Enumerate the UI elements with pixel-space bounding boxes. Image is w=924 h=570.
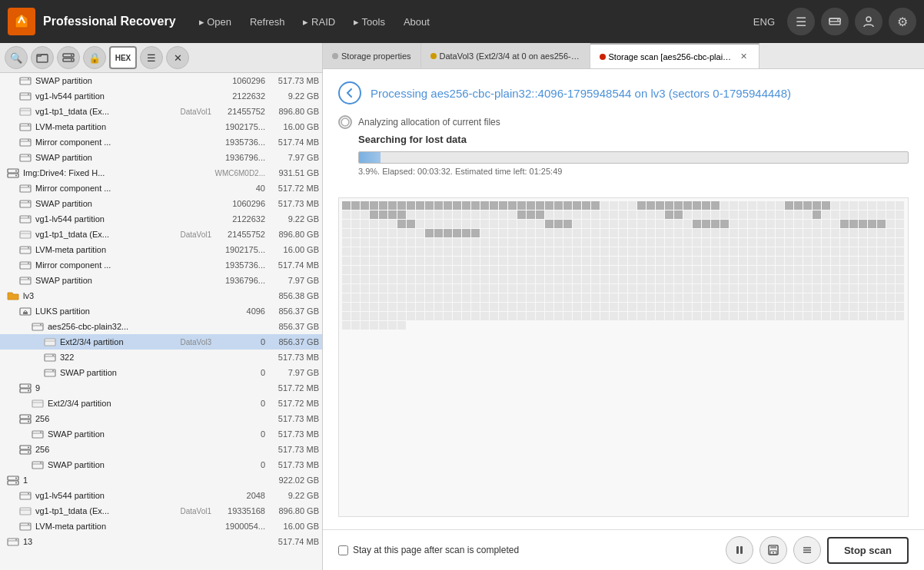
grid-cell bbox=[582, 210, 590, 219]
menu-refresh[interactable]: Refresh bbox=[242, 12, 293, 32]
tree-item[interactable]: vg1-tp1_tdata (Ex...DataVol121455752896.… bbox=[0, 104, 322, 119]
tree-item[interactable]: LVM-meta partition1900054...16.00 GB bbox=[0, 519, 322, 534]
tree-item[interactable]: 256517.73 MB bbox=[0, 442, 322, 457]
tree-item[interactable]: 256517.73 MB bbox=[0, 411, 322, 426]
more-options-button[interactable] bbox=[793, 536, 821, 564]
grid-cell bbox=[600, 220, 609, 228]
grid-cell bbox=[600, 293, 609, 302]
list-btn[interactable]: ☰ bbox=[140, 46, 163, 69]
grid-cell bbox=[453, 210, 461, 219]
drive-icon-btn[interactable] bbox=[821, 8, 849, 35]
svg-point-8 bbox=[71, 59, 72, 61]
grid-cell bbox=[536, 247, 544, 256]
tree-item[interactable]: Mirror component ...1935736...517.74 MB bbox=[0, 134, 322, 150]
tree-item[interactable]: vg1-lv544 partition20489.22 GB bbox=[0, 488, 322, 503]
grid-cell bbox=[480, 293, 489, 302]
menu-tools[interactable]: ▸ Tools bbox=[346, 12, 393, 32]
grid-cell bbox=[388, 220, 397, 228]
grid-cell bbox=[674, 293, 683, 302]
tree-item[interactable]: Mirror component ...40517.72 MB bbox=[0, 181, 322, 196]
grid-cell bbox=[868, 266, 876, 274]
tree-item[interactable]: 9517.72 MB bbox=[0, 380, 322, 396]
tree-item[interactable]: SWAP partition1936796...7.97 GB bbox=[0, 273, 322, 288]
grid-cell bbox=[342, 303, 351, 311]
menu-about[interactable]: About bbox=[396, 12, 437, 32]
close-filter-btn[interactable]: ✕ bbox=[166, 46, 189, 69]
stop-scan-button[interactable]: Stop scan bbox=[827, 537, 909, 564]
tree-item[interactable]: SWAP partition07.97 GB bbox=[0, 365, 322, 380]
tree-item[interactable]: vg1-tp1_tdata (Ex...DataVol121455752896.… bbox=[0, 227, 322, 242]
grid-cell bbox=[757, 275, 766, 283]
grid-cell bbox=[877, 220, 886, 228]
grid-cell bbox=[886, 247, 895, 256]
grid-cell bbox=[444, 312, 452, 320]
grid-cell bbox=[388, 284, 397, 293]
user-icon-btn[interactable] bbox=[855, 8, 882, 35]
drive-view-btn[interactable] bbox=[57, 46, 80, 69]
tree-item[interactable]: 1922.02 GB bbox=[0, 472, 322, 488]
tree-item[interactable]: lv3856.38 GB bbox=[0, 288, 322, 303]
tree-item[interactable]: Ext2/3/4 partition0517.72 MB bbox=[0, 396, 322, 411]
save-button[interactable] bbox=[759, 536, 787, 564]
tree-item[interactable]: vg1-tp1_tdata (Ex...DataVol119335168896.… bbox=[0, 503, 322, 519]
tree-item[interactable]: Mirror component ...1935736...517.74 MB bbox=[0, 257, 322, 273]
bottom-bar: Stay at this page after scan is complete… bbox=[323, 529, 924, 570]
tree-item[interactable]: LVM-meta partition1902175...16.00 GB bbox=[0, 119, 322, 134]
tree-item[interactable]: aes256-cbc-plain32...856.37 GB bbox=[0, 319, 322, 334]
tree-item[interactable]: SWAP partition0517.73 MB bbox=[0, 457, 322, 472]
tree-item[interactable]: 322517.73 MB bbox=[0, 350, 322, 365]
tree-item[interactable]: vg1-lv544 partition21226329.22 GB bbox=[0, 88, 322, 104]
menu-open[interactable]: ▸ Open bbox=[191, 12, 239, 32]
grid-cell bbox=[444, 247, 452, 256]
tree-item[interactable]: SWAP partition1936796...7.97 GB bbox=[0, 150, 322, 165]
tab-close-scan[interactable]: ✕ bbox=[739, 51, 750, 62]
grid-cell bbox=[499, 266, 507, 274]
tree-item[interactable]: vg1-lv544 partition21226329.22 GB bbox=[0, 211, 322, 227]
tree-item[interactable]: Img:Drive4: Fixed H...WMC6M0D2...931.51 … bbox=[0, 165, 322, 181]
svg-point-46 bbox=[28, 262, 29, 263]
lock-btn[interactable]: 🔒 bbox=[83, 46, 106, 69]
grid-cell bbox=[859, 275, 867, 283]
stay-label[interactable]: Stay at this page after scan is complete… bbox=[353, 545, 519, 555]
tree-item[interactable]: Ext2/3/4 partitionDataVol30856.37 GB bbox=[0, 334, 322, 350]
tab-storage-scan[interactable]: Storage scan [aes256-cbc-plain32::40... … bbox=[590, 43, 759, 68]
document-icon-btn[interactable]: ☰ bbox=[787, 8, 815, 35]
settings-icon-btn[interactable]: ⚙ bbox=[889, 8, 916, 35]
ext-partition-icon bbox=[18, 105, 32, 118]
grid-cell bbox=[822, 266, 830, 274]
grid-cell bbox=[499, 220, 507, 228]
tree-item[interactable]: LUKS partition4096856.37 GB bbox=[0, 303, 322, 319]
drive-icon bbox=[18, 443, 32, 456]
search-btn[interactable]: 🔍 bbox=[5, 46, 28, 69]
grid-cell bbox=[379, 284, 387, 293]
grid-cell bbox=[444, 201, 452, 210]
grid-cell bbox=[886, 312, 895, 320]
stay-checkbox[interactable] bbox=[338, 545, 348, 555]
svg-point-7 bbox=[71, 55, 72, 56]
tree-item[interactable]: SWAP partition1060296517.73 MB bbox=[0, 196, 322, 211]
grid-cell bbox=[748, 257, 756, 265]
tree-item-label: vg1-lv544 partition bbox=[35, 491, 211, 500]
tree-item[interactable]: 13517.74 MB bbox=[0, 534, 322, 549]
language-selector[interactable]: ENG bbox=[753, 16, 775, 28]
hex-btn[interactable]: HEX bbox=[109, 46, 137, 69]
tree-item[interactable]: SWAP partition0517.73 MB bbox=[0, 426, 322, 442]
back-button[interactable] bbox=[338, 81, 361, 104]
grid-cell bbox=[720, 220, 729, 228]
pause-button[interactable] bbox=[726, 536, 753, 564]
grid-cell bbox=[591, 266, 600, 274]
tree-item[interactable]: SWAP partition1060296517.73 MB bbox=[0, 73, 322, 88]
tree-item[interactable]: LVM-meta partition1902175...16.00 GB bbox=[0, 242, 322, 257]
tab-storage-props[interactable]: Storage properties bbox=[323, 43, 421, 68]
grid-cell bbox=[370, 247, 378, 256]
grid-cell bbox=[600, 284, 609, 293]
grid-cell bbox=[674, 303, 683, 311]
grid-cell bbox=[693, 293, 701, 302]
grid-cell bbox=[720, 247, 729, 256]
tab-datavol3[interactable]: DataVol3 (Ext2/3/4 at 0 on aes256-cbc-pl… bbox=[421, 43, 590, 68]
grid-cell bbox=[849, 293, 858, 302]
folder-view-btn[interactable] bbox=[31, 46, 54, 69]
grid-cell bbox=[508, 229, 517, 237]
grid-cell bbox=[582, 312, 590, 320]
menu-raid[interactable]: ▸ RAID bbox=[295, 12, 343, 32]
